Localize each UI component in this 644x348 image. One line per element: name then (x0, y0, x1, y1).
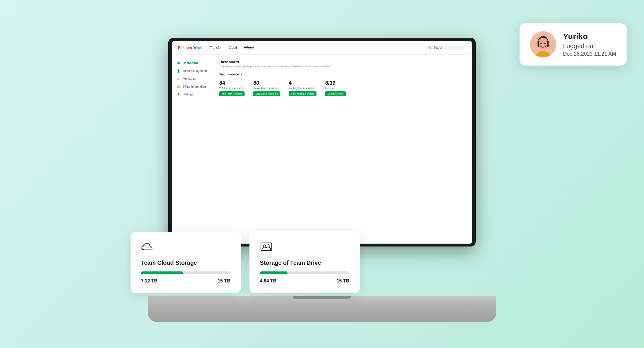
laptop-screen: Rakuten Drive Transfer Cloud Admin 🔍 (168, 38, 476, 246)
main-area: ⊞ Dashboard 👤 Team Management 📈 Monitori… (172, 55, 472, 244)
cloud-storage-total: 15 TB (218, 278, 230, 284)
cloud-storage-title: Team Cloud Storage (141, 260, 230, 266)
sidebar-label-dashboard: Dashboard (183, 61, 198, 65)
avatar (530, 31, 556, 57)
stat-waiting: 4 Waiting team members View waiting memb… (289, 80, 316, 96)
screen-inner: Rakuten Drive Transfer Cloud Admin 🔍 (172, 41, 472, 244)
sidebar-label-settings: Settings (183, 93, 193, 96)
stat-license-label: License (325, 87, 346, 90)
stat-license-number: 8/10 (325, 80, 346, 86)
nav-cloud[interactable]: Cloud (229, 46, 237, 50)
cloud-storage-used: 7.12 TB (141, 278, 158, 284)
stat-active: 80 Active team members View active membe… (253, 80, 280, 96)
section-team-members: Team members (219, 72, 465, 76)
logo-drive: Drive (192, 46, 201, 50)
settings-icon: ⚙ (176, 93, 180, 96)
team-cloud-storage-card: Team Cloud Storage 7.12 TB 15 TB (131, 232, 241, 293)
svg-rect-7 (547, 41, 549, 47)
svg-rect-6 (538, 41, 539, 47)
stat-active-number: 80 (253, 80, 280, 86)
cloud-storage-progress-track (141, 271, 230, 274)
change-license-button[interactable]: Change license (325, 91, 346, 96)
nav-search[interactable]: 🔍 (425, 45, 466, 50)
app-ui: Rakuten Drive Transfer Cloud Admin 🔍 (172, 41, 472, 244)
stat-waiting-number: 4 (289, 80, 316, 86)
sidebar-item-billing[interactable]: 💳 Billing Information (172, 83, 213, 90)
nav-transfer[interactable]: Transfer (210, 46, 222, 50)
cloud-storage-values: 7.12 TB 15 TB (141, 278, 230, 284)
main-content: Dashboard The management console provide… (213, 55, 472, 244)
team-drive-progress-fill (260, 271, 287, 274)
billing-icon: 💳 (176, 85, 180, 88)
team-drive-storage-title: Storage of Team Drive (260, 260, 349, 266)
sidebar-item-team-management[interactable]: 👤 Team Management (172, 67, 213, 75)
add-team-members-button[interactable]: Add Team Members (219, 91, 245, 96)
team-drive-progress-track (260, 271, 349, 274)
team-drive-storage-card: Storage of Team Drive 4.64 TB 15 TB (249, 231, 360, 293)
monitoring-icon: 📈 (176, 77, 180, 80)
cloud-storage-progress-fill (141, 271, 183, 274)
search-input[interactable] (433, 46, 462, 49)
logo-rakuten: Rakuten (178, 46, 192, 50)
stat-total-number: 84 (219, 80, 245, 86)
nav-bar: Rakuten Drive Transfer Cloud Admin 🔍 (172, 41, 472, 55)
logo: Rakuten Drive (178, 46, 201, 50)
svg-rect-1 (261, 243, 272, 251)
team-drive-total: 15 TB (337, 278, 349, 284)
stat-license: 8/10 License Change license (325, 80, 346, 96)
stat-waiting-label: Waiting team members (289, 87, 316, 90)
sidebar-item-dashboard[interactable]: ⊞ Dashboard (172, 59, 213, 67)
view-active-members-button[interactable]: View active members (253, 91, 280, 96)
team-icon: 👤 (176, 69, 180, 72)
svg-point-8 (540, 43, 542, 44)
nav-admin[interactable]: Admin (244, 46, 254, 50)
search-icon: 🔍 (428, 46, 432, 49)
sidebar: ⊞ Dashboard 👤 Team Management 📈 Monitori… (172, 55, 213, 244)
sidebar-item-settings[interactable]: ⚙ Settings (172, 90, 213, 98)
stat-total: 84 Total team members Add Team Members (219, 80, 245, 96)
nav-links: Transfer Cloud Admin (210, 46, 425, 50)
team-drive-storage-values: 4.64 TB 15 TB (260, 278, 349, 284)
stats-row: 84 Total team members Add Team Members 8… (219, 80, 465, 96)
team-drive-icon (260, 241, 349, 255)
laptop-container: Rakuten Drive Transfer Cloud Admin 🔍 (119, 38, 525, 322)
laptop-base (148, 296, 496, 322)
stat-active-label: Active team members (253, 87, 280, 90)
view-waiting-members-button[interactable]: View waiting members (289, 91, 316, 96)
svg-point-9 (544, 43, 546, 44)
cloud-icon (141, 241, 230, 255)
sidebar-label-team: Team Management (183, 69, 208, 72)
team-drive-used: 4.64 TB (260, 278, 276, 284)
user-name: Yuriko (563, 32, 616, 41)
user-datetime: Dec 28,2023 11:21 AM (563, 51, 616, 57)
dashboard-icon: ⊞ (176, 61, 180, 65)
user-status: Logged out (563, 42, 616, 50)
sidebar-label-billing: Billing Information (183, 85, 206, 88)
page-title: Dashboard (219, 60, 465, 64)
user-popup: Yuriko Logged out Dec 28,2023 11:21 AM (520, 23, 627, 66)
user-info: Yuriko Logged out Dec 28,2023 11:21 AM (563, 32, 616, 57)
laptop-hinge (293, 296, 351, 299)
stat-total-label: Total team members (219, 87, 245, 90)
sidebar-item-monitoring[interactable]: 📈 Monitoring (172, 75, 213, 83)
sidebar-label-monitoring: Monitoring (183, 77, 196, 80)
page-subtitle: The management console provides integrat… (219, 65, 465, 68)
